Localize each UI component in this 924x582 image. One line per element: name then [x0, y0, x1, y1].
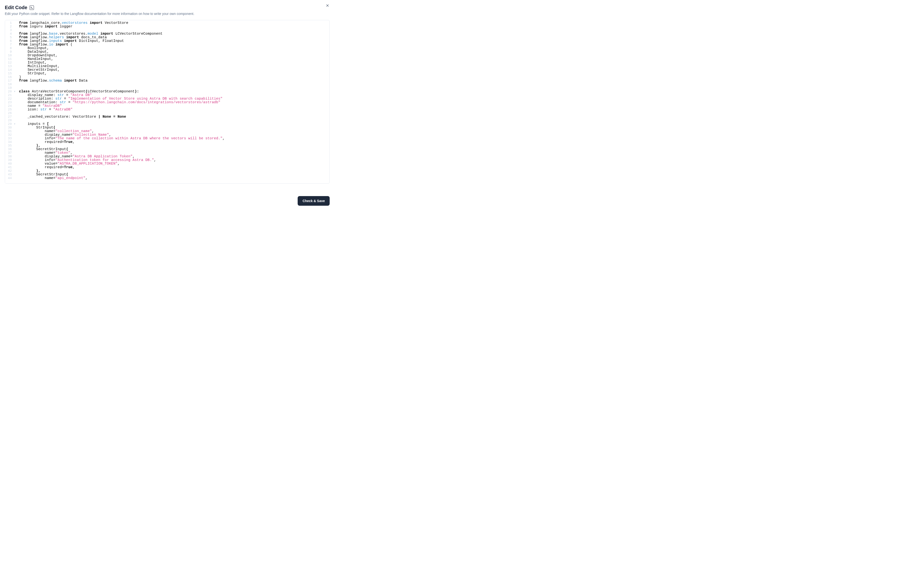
- code-line[interactable]: _cached_vectorstore: VectorStore | None …: [19, 115, 327, 119]
- check-save-button[interactable]: Check & Save: [298, 196, 330, 206]
- code-line[interactable]: from langflow.inputs import DictInput, F…: [19, 39, 327, 43]
- terminal-icon: [30, 5, 34, 10]
- code-line[interactable]: [19, 82, 327, 86]
- code-line[interactable]: description: str = "Implementation of Ve…: [19, 97, 327, 101]
- code-line[interactable]: SecretStrInput(: [19, 147, 327, 151]
- code-line[interactable]: display_name="Collection Name",: [19, 133, 327, 137]
- code-line[interactable]: name = "AstraDB": [19, 104, 327, 108]
- code-line[interactable]: from loguru import logger: [19, 25, 327, 28]
- code-line[interactable]: documentation: str = "https://python.lan…: [19, 101, 327, 104]
- code-line[interactable]: from langflow.helpers import docs_to_dat…: [19, 36, 327, 39]
- code-line[interactable]: info="Authentication token for accessing…: [19, 158, 327, 162]
- code-line[interactable]: icon: str = "AstraDB": [19, 108, 327, 111]
- code-line[interactable]: HandleInput,: [19, 57, 327, 61]
- code-line[interactable]: inputs = [: [19, 122, 327, 126]
- modal-title: Edit Code: [5, 5, 27, 10]
- code-line[interactable]: SecretStrInput(: [19, 173, 327, 176]
- code-line[interactable]: [19, 28, 327, 32]
- modal-header: Edit Code: [5, 5, 330, 10]
- code-line[interactable]: required=True,: [19, 165, 327, 169]
- code-line[interactable]: name="collection_name",: [19, 129, 327, 133]
- code-line[interactable]: name="api_endpoint",: [19, 176, 327, 180]
- code-line[interactable]: StrInput,: [19, 72, 327, 75]
- code-line[interactable]: display_name: str = "Astra DB": [19, 93, 327, 97]
- code-line[interactable]: DropdownInput,: [19, 54, 327, 57]
- code-line[interactable]: from langflow.base.vectorstores.model im…: [19, 32, 327, 36]
- code-line[interactable]: name="token",: [19, 151, 327, 155]
- code-line[interactable]: ): [19, 75, 327, 79]
- code-line[interactable]: ),: [19, 169, 327, 173]
- code-line[interactable]: from langflow.io import (: [19, 43, 327, 46]
- code-line[interactable]: StrInput(: [19, 126, 327, 129]
- code-line[interactable]: info="The name of the collection within …: [19, 137, 327, 140]
- code-line[interactable]: ),: [19, 144, 327, 147]
- code-line[interactable]: [19, 86, 327, 90]
- code-line[interactable]: value="ASTRA_DB_APPLICATION_TOKEN",: [19, 162, 327, 165]
- code-line[interactable]: [19, 119, 327, 122]
- code-line[interactable]: from langchain_core.vectorstores import …: [19, 21, 327, 25]
- line-gutter: 1 2 3 4 5 6 7 8 9 10 11 12 13 14 15 16 1…: [5, 20, 17, 183]
- modal-description: Edit your Python code snippet. Refer to …: [5, 12, 330, 16]
- code-line[interactable]: SecretStrInput,: [19, 68, 327, 72]
- code-line[interactable]: from langflow.schema import Data: [19, 79, 327, 82]
- header-left: Edit Code: [5, 5, 34, 10]
- code-line[interactable]: BoolInput,: [19, 46, 327, 50]
- close-icon[interactable]: [325, 3, 330, 8]
- edit-code-modal: Edit Code Edit your Python code snippet.…: [0, 0, 335, 188]
- code-line[interactable]: MultilineInput,: [19, 64, 327, 68]
- code-editor[interactable]: 1 2 3 4 5 6 7 8 9 10 11 12 13 14 15 16 1…: [5, 20, 330, 183]
- code-line[interactable]: class AstraVectorStoreComponent(LCVector…: [19, 90, 327, 93]
- code-line[interactable]: required=True,: [19, 140, 327, 144]
- code-line[interactable]: IntInput,: [19, 61, 327, 64]
- code-line[interactable]: display_name="Astra DB Application Token…: [19, 155, 327, 158]
- code-area[interactable]: from langchain_core.vectorstores import …: [17, 20, 329, 183]
- modal-footer: Check & Save: [298, 196, 330, 206]
- code-line[interactable]: [19, 111, 327, 115]
- code-line[interactable]: DataInput,: [19, 50, 327, 54]
